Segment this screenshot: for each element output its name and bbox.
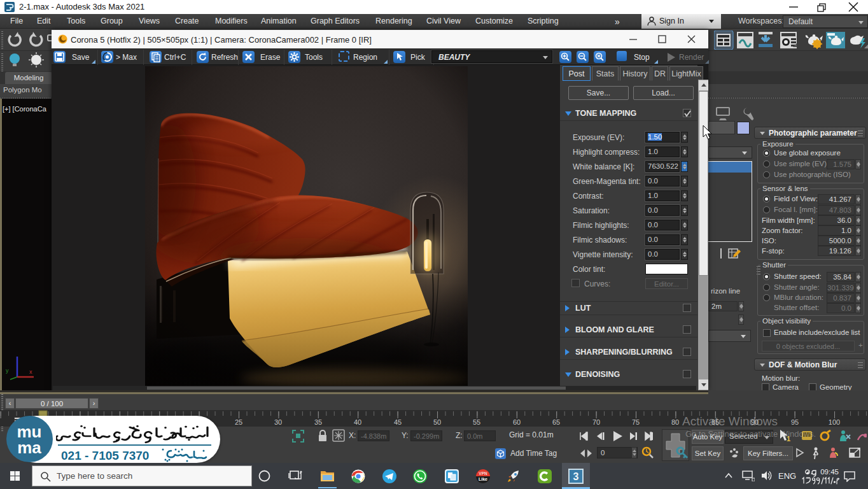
svg-text:45: 45: [394, 418, 402, 426]
svg-text:55: 55: [473, 418, 480, 426]
svg-text:35: 35: [314, 418, 322, 426]
svg-text:30: 30: [274, 418, 282, 426]
svg-text:3: 3: [573, 471, 579, 482]
svg-text:VPN: VPN: [479, 471, 487, 476]
svg-text:50: 50: [433, 418, 441, 426]
svg-text:09:45: 09:45: [820, 468, 839, 476]
svg-text:25: 25: [235, 418, 242, 426]
svg-text:80: 80: [671, 418, 679, 426]
svg-text:60: 60: [513, 418, 521, 426]
svg-text:75: 75: [632, 418, 640, 426]
svg-text:100: 100: [829, 418, 840, 426]
svg-text:95: 95: [791, 418, 799, 426]
svg-text:ma: ma: [17, 438, 41, 457]
svg-text:65: 65: [552, 418, 560, 426]
svg-text:40: 40: [354, 418, 361, 426]
svg-text:021 - 7105 7370: 021 - 7105 7370: [61, 449, 149, 462]
svg-text:y: y: [6, 367, 9, 374]
svg-text:x: x: [29, 369, 32, 375]
svg-text:Like: Like: [479, 477, 487, 481]
svg-text:70: 70: [592, 418, 600, 426]
